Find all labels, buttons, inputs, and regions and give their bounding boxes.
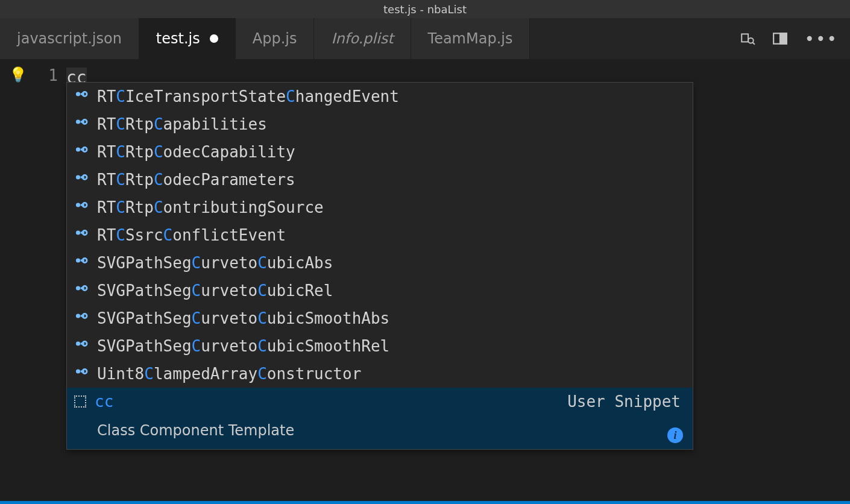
tab-info-plist[interactable]: Info.plist	[314, 18, 411, 59]
suggestion-label: cc	[95, 390, 113, 413]
svg-point-19	[83, 203, 87, 207]
suggestion-item[interactable]: SVGPathSegCurvetoCubicAbs	[67, 249, 693, 277]
suggestion-label: SVGPathSegCurvetoCubicAbs	[97, 251, 333, 274]
tab-label: javascript.json	[17, 30, 122, 47]
suggestion-label: RTCIceTransportStateChangedEvent	[97, 85, 399, 108]
svg-point-20	[76, 230, 80, 235]
suggestion-item[interactable]: SVGPathSegCurvetoCubicSmoothRel	[67, 332, 693, 360]
variable-icon	[74, 279, 89, 302]
suggestion-item[interactable]: ccUser Snippet	[67, 388, 693, 415]
svg-point-22	[83, 230, 87, 235]
snippet-icon	[74, 395, 86, 408]
suggestion-item[interactable]: Uint8ClampedArrayConstructor	[67, 360, 693, 388]
suggest-widget[interactable]: RTCIceTransportStateChangedEventRTCRtpCa…	[66, 82, 693, 450]
suggestion-item[interactable]: RTCIceTransportStateChangedEvent	[67, 83, 693, 110]
variable-icon	[74, 362, 89, 385]
dirty-indicator-icon	[210, 34, 218, 43]
info-icon[interactable]: i	[667, 427, 683, 443]
svg-rect-4	[780, 33, 787, 43]
tab-label: App.js	[253, 30, 297, 47]
svg-point-29	[76, 313, 80, 318]
variable-icon	[74, 251, 89, 274]
suggestion-label: RTCRtpCapabilities	[97, 113, 267, 136]
tab-label: Info.plist	[331, 30, 393, 47]
svg-point-7	[83, 92, 87, 96]
tab-teammap-js[interactable]: TeamMap.js	[411, 18, 530, 59]
suggestion-item[interactable]: RTCRtpCapabilities	[67, 110, 693, 138]
variable-icon	[74, 335, 89, 358]
suggestion-item[interactable]: RTCRtpCodecParameters	[67, 166, 693, 194]
suggestion-label: RTCRtpCodecCapability	[97, 140, 295, 163]
tab-label: test.js	[156, 30, 200, 47]
svg-point-13	[83, 147, 87, 151]
suggestion-label: SVGPathSegCurvetoCubicSmoothAbs	[97, 307, 389, 330]
variable-icon	[74, 85, 89, 108]
svg-point-31	[83, 313, 87, 318]
suggestion-item[interactable]: RTCRtpContributingSource	[67, 194, 693, 221]
code-area[interactable]: cc RTCIceTransportStateChangedEventRTCRt…	[66, 59, 850, 501]
gutter: 💡	[0, 59, 36, 501]
variable-icon	[74, 224, 89, 247]
svg-point-14	[76, 175, 80, 179]
tab-javascript-json[interactable]: javascript.json	[0, 18, 139, 59]
line-number: 1	[36, 66, 58, 84]
svg-rect-0	[742, 34, 749, 42]
svg-point-1	[749, 38, 754, 43]
tab-label: TeamMap.js	[428, 30, 513, 47]
svg-point-17	[76, 203, 80, 207]
window-title-text: test.js - nbaList	[383, 3, 467, 16]
suggestion-item[interactable]: RTCSsrcConflictEvent	[67, 221, 693, 249]
svg-point-25	[83, 258, 87, 262]
svg-point-8	[76, 119, 80, 124]
svg-point-35	[76, 369, 80, 373]
svg-point-11	[76, 147, 80, 151]
suggestion-item[interactable]: RTCRtpCodecCapability	[67, 138, 693, 166]
svg-point-5	[76, 92, 80, 96]
svg-point-26	[76, 286, 80, 290]
toggle-search-icon[interactable]	[739, 30, 756, 47]
suggestion-label: SVGPathSegCurvetoCubicSmoothRel	[97, 335, 389, 358]
variable-icon	[74, 168, 89, 191]
more-actions-icon[interactable]: •••	[804, 29, 838, 49]
tab-test-js[interactable]: test.js	[139, 18, 236, 59]
svg-point-16	[83, 175, 87, 179]
suggestion-label: SVGPathSegCurvetoCubicRel	[97, 279, 333, 302]
suggestion-item[interactable]: SVGPathSegCurvetoCubicRel	[67, 277, 693, 304]
variable-icon	[74, 196, 89, 219]
suggestion-label: RTCRtpCodecParameters	[97, 168, 295, 191]
window-title: test.js - nbaList	[0, 0, 850, 18]
variable-icon	[74, 113, 89, 136]
split-editor-icon[interactable]	[772, 30, 789, 47]
svg-point-10	[83, 119, 87, 124]
suggestion-label: RTCRtpContributingSource	[97, 196, 324, 219]
suggestion-label: RTCSsrcConflictEvent	[97, 224, 286, 247]
svg-point-28	[83, 286, 87, 290]
svg-line-2	[753, 43, 755, 45]
lightbulb-icon[interactable]: 💡	[9, 66, 27, 83]
svg-point-34	[83, 341, 87, 345]
svg-point-23	[76, 258, 80, 262]
svg-point-37	[83, 369, 87, 373]
variable-icon	[74, 140, 89, 163]
suggestion-documentation: Class Component Templatei	[67, 415, 693, 449]
editor-area[interactable]: 💡 1 cc RTCIceTransportStateChangedEventR…	[0, 59, 850, 501]
suggestion-detail: User Snippet	[567, 390, 685, 413]
svg-point-32	[76, 341, 80, 345]
tabs-bar: javascript.jsontest.jsApp.jsInfo.plistTe…	[0, 18, 850, 59]
suggestion-label: Uint8ClampedArrayConstructor	[97, 362, 361, 385]
suggestion-item[interactable]: SVGPathSegCurvetoCubicSmoothAbs	[67, 304, 693, 332]
tab-app-js[interactable]: App.js	[236, 18, 315, 59]
variable-icon	[74, 307, 89, 330]
status-bar	[0, 501, 850, 504]
suggestion-doc-text: Class Component Template	[97, 422, 294, 439]
tab-actions: •••	[727, 18, 850, 59]
line-numbers: 1	[36, 59, 66, 501]
